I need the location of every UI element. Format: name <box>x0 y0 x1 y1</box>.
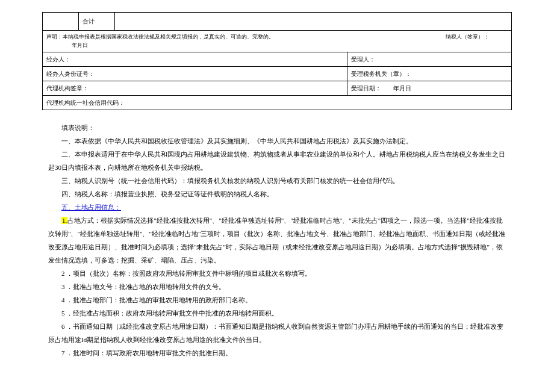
instruction-item-5: 五、土地占用信息： <box>48 201 506 214</box>
handler-id-cell: 经办人身份证号： <box>43 67 347 81</box>
instructions-section: 填表说明： 一、本表依据《中华人民共和国税收征收管理法》及其实施细则、《中华人民… <box>42 121 512 359</box>
instruction-item-5-2: 2 ．项目（批次）名称：按照政府农用地转用审批文件中标明的项目或批次名称填写。 <box>48 267 506 280</box>
instruction-item-3: 三、纳税人识别号（统一社会信用代码）：填报税务机关核发的纳税人识别号或有关部门核… <box>48 174 506 187</box>
agent-code-cell: 代理机构统一社会信用代码： <box>43 96 512 110</box>
heji-cell: 合计 <box>79 13 115 31</box>
total-row: 合计 <box>43 13 512 31</box>
instruction-item-4: 四、纳税人名称：填报营业执照、税务登记证等证件载明的纳税人名称。 <box>48 187 506 201</box>
item-5-1-text: 占地方式：根据实际情况选择"经批准按批次转用"、"经批准单独选址转用"、"经批准… <box>48 217 505 264</box>
form-table: 合计 声明：本纳税申报表是根据国家税收法律法规及相关规定填报的，是真实的、可造的… <box>42 12 512 110</box>
declaration-cell: 声明：本纳税申报表是根据国家税收法律法规及相关规定填报的，是真实的、可造的、完整… <box>43 31 512 52</box>
empty-cell <box>43 13 79 31</box>
empty-cell <box>115 13 512 31</box>
declaration-text: 声明：本纳税申报表是根据国家税收法律法规及相关规定填报的，是真实的、可造的、完整… <box>46 34 274 40</box>
instruction-item-5-1: 1.占地方式：根据实际情况选择"经批准按批次转用"、"经批准单独选址转用"、"经… <box>48 214 506 267</box>
instruction-item-5-4: 4 ．批准占地部门：批准占地的审批农用地转用的政府部门名称。 <box>48 293 506 306</box>
acceptor-cell: 受理人： <box>347 52 512 67</box>
handler-row: 经办人： 受理人： <box>43 52 512 67</box>
declaration-row: 声明：本纳税申报表是根据国家税收法律法规及相关规定填报的，是真实的、可造的、完整… <box>43 31 512 52</box>
handler-cell: 经办人： <box>43 52 347 67</box>
taxpayer-signature-label: 纳税人（签章）： <box>446 34 489 40</box>
instruction-item-5-6: 6 ．书面通知日期（或经批准改变原占地用途日期）：书面通知日期是指纳税人收到自然… <box>48 320 506 346</box>
date-label: 年月日 <box>72 42 88 48</box>
instruction-item-1: 一、本表依据《中华人民共和国税收征收管理法》及其实施细则、《中华人民共和国耕地占… <box>48 134 506 148</box>
accept-date-cell: 受理日期： 年月日 <box>347 81 512 96</box>
agent-sig-cell: 代理机构签章： <box>43 81 347 96</box>
section-five-text: 五、土地占用信息： <box>61 204 121 211</box>
accept-date-label: 受理日期： <box>351 85 381 92</box>
agent-code-row: 代理机构统一社会信用代码： <box>43 96 512 110</box>
accept-org-cell: 受理税务机关（章）： <box>347 67 512 81</box>
instruction-item-5-5: 5 ．经批准占地面积：政府农用地转用审批文件中批准的农用地转用面积。 <box>48 306 506 320</box>
accept-date-value: 年月日 <box>393 85 411 92</box>
instruction-item-5-3: 3 ．批准占地文号：批准占地的农用地转用文件的文号。 <box>48 280 506 293</box>
instruction-item-2: 二、本申报表适用于在中华人民共和国境内占用耕地建设建筑物、构筑物或者从事非农业建… <box>48 148 506 174</box>
agent-sig-row: 代理机构签章： 受理日期： 年月日 <box>43 81 512 96</box>
instruction-item-5-7: 7 ．批准时间：填写政府农用地转用审批文件的批准日期。 <box>48 346 506 359</box>
highlight-marker: 1. <box>61 217 67 224</box>
handler-id-row: 经办人身份证号： 受理税务机关（章）： <box>43 67 512 81</box>
instructions-title: 填表说明： <box>48 121 506 134</box>
